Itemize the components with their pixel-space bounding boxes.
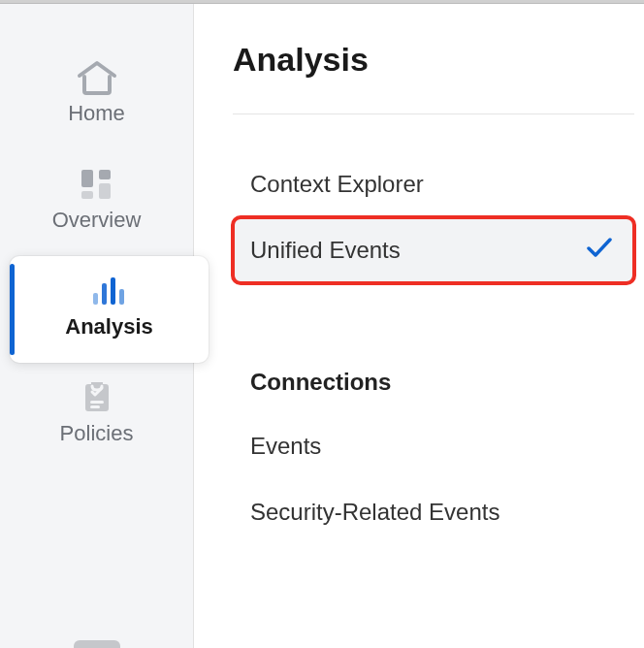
overview-icon — [80, 165, 114, 204]
analysis-icon — [90, 272, 129, 310]
main-panel: Analysis Context Explorer Unified Events… — [194, 4, 644, 648]
menu-item-label: Security-Related Events — [250, 499, 499, 526]
svg-rect-4 — [93, 293, 98, 305]
svg-rect-8 — [90, 401, 104, 404]
menu-item-label: Events — [250, 433, 321, 460]
sidebar-cutoff-indicator — [74, 640, 120, 648]
svg-rect-7 — [119, 289, 124, 305]
sidebar: Home Overview — [0, 4, 194, 648]
svg-rect-9 — [90, 405, 100, 408]
sidebar-item-label: Analysis — [65, 314, 153, 340]
sidebar-item-label: Policies — [60, 421, 134, 446]
menu-item-unified-events[interactable]: Unified Events — [233, 217, 634, 283]
page-title: Analysis — [233, 41, 634, 114]
svg-rect-1 — [99, 170, 111, 179]
menu-section-header-connections: Connections — [233, 351, 634, 413]
svg-rect-3 — [99, 183, 111, 199]
svg-rect-6 — [111, 277, 115, 305]
analysis-menu: Context Explorer Unified Events Connecti… — [233, 114, 634, 545]
sidebar-item-label: Home — [68, 101, 125, 126]
menu-item-label: Unified Events — [250, 237, 401, 264]
menu-item-context-explorer[interactable]: Context Explorer — [233, 151, 634, 217]
svg-rect-0 — [81, 170, 93, 187]
sidebar-item-overview[interactable]: Overview — [0, 149, 193, 256]
home-icon — [76, 58, 118, 97]
svg-rect-2 — [81, 191, 93, 199]
menu-item-events[interactable]: Events — [233, 413, 634, 479]
svg-rect-5 — [102, 283, 107, 305]
sidebar-item-analysis[interactable]: Analysis — [10, 256, 209, 363]
policies-icon — [80, 378, 114, 417]
check-icon — [586, 237, 613, 264]
sidebar-item-policies[interactable]: Policies — [0, 363, 193, 470]
sidebar-item-label: Overview — [52, 208, 142, 233]
sidebar-item-home[interactable]: Home — [0, 43, 193, 149]
menu-item-security-related-events[interactable]: Security-Related Events — [233, 479, 634, 545]
menu-item-label: Context Explorer — [250, 171, 424, 198]
app-container: Home Overview — [0, 4, 644, 648]
